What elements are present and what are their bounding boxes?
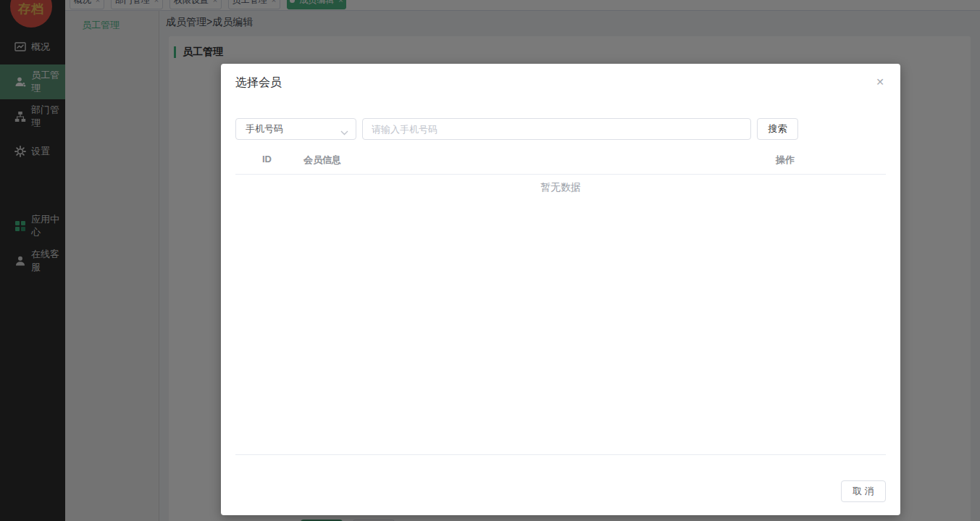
search-type-select[interactable]: 手机号码 xyxy=(235,118,356,140)
table-header: ID 会员信息 操作 xyxy=(235,143,886,175)
search-button[interactable]: 搜索 xyxy=(757,118,798,140)
modal-search-row: 手机号码 搜索 xyxy=(235,118,798,140)
column-header-actions: 操作 xyxy=(776,154,795,167)
chevron-down-icon xyxy=(340,127,348,138)
empty-state-text: 暂无数据 xyxy=(221,181,900,194)
column-header-info: 会员信息 xyxy=(303,154,341,167)
close-icon[interactable]: ✕ xyxy=(874,75,886,88)
select-member-modal: 选择会员 ✕ 手机号码 搜索 ID 会员信息 操作 暂无数据 取 消 xyxy=(221,64,900,515)
table-bottom-divider xyxy=(235,454,886,455)
cancel-button[interactable]: 取 消 xyxy=(841,480,886,502)
phone-search-input[interactable] xyxy=(362,118,751,140)
modal-title: 选择会员 xyxy=(235,75,282,91)
app-root: 存档 概况 员工管理 部门管理 设置 xyxy=(0,0,980,521)
column-header-id: ID xyxy=(262,154,272,164)
search-type-value: 手机号码 xyxy=(246,122,283,136)
